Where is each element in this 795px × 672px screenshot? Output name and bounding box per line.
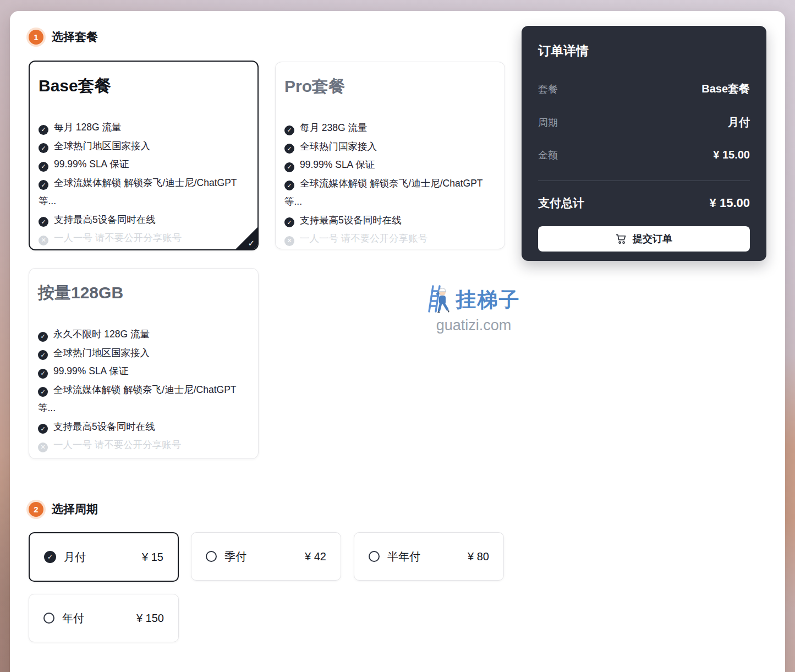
plan-feature: ✓支持最高5设备同时在线 (39, 211, 249, 230)
plan-feature: ✓全球流媒体解锁 解锁奈飞/迪士尼/ChatGPT 等... (38, 381, 249, 418)
plan-feature: ✓99.99% SLA 保证 (38, 362, 249, 381)
check-icon: ✓ (38, 387, 48, 397)
check-icon: ✓ (39, 217, 48, 227)
plan-feature-excluded: ✕一人一号 请不要公开分享账号 (38, 436, 249, 455)
period-option-half-yearly[interactable]: 半年付 ¥ 80 (354, 532, 504, 581)
plan-card-metered-128gb[interactable]: 按量128GB ✓永久不限时 128G 流量 ✓全球热门地区国家接入 ✓99.9… (29, 268, 259, 459)
cross-icon: ✕ (38, 442, 48, 452)
check-icon: ✓ (284, 217, 294, 227)
check-icon: ✓ (284, 162, 294, 172)
plan-feature: ✓全球热门地区国家接入 (38, 344, 249, 363)
period-option-quarterly[interactable]: 季付 ¥ 42 (191, 532, 341, 581)
order-summary-panel: 订单详情 套餐 Base套餐 周期 月付 金额 ¥ 15.00 支付总计 ¥ 1… (522, 26, 766, 261)
check-icon: ✓ (38, 350, 48, 360)
check-icon: ✓ (284, 181, 294, 190)
period-label: 年付 (62, 611, 84, 626)
check-icon: ✓ (39, 125, 48, 135)
site-watermark: 挂梯子 guatizi.com (421, 284, 526, 334)
cart-icon (616, 233, 627, 245)
order-row-amount: 金额 ¥ 15.00 (538, 149, 750, 162)
radio-unchecked-icon (369, 551, 380, 562)
check-icon: ✓ (39, 180, 48, 190)
order-row-value: ¥ 15.00 (713, 149, 750, 161)
period-option-yearly[interactable]: 年付 ¥ 150 (29, 594, 179, 642)
period-label: 半年付 (387, 549, 420, 564)
watermark-brand-text: 挂梯子 (456, 286, 520, 314)
period-option-monthly[interactable]: ✓ 月付 ¥ 15 (29, 532, 179, 582)
plan-feature: ✓全球热门国家接入 (284, 138, 496, 156)
plan-feature-excluded: ✕一人一号 请不要公开分享账号 (39, 229, 249, 248)
order-row-period: 周期 月付 (538, 115, 750, 130)
period-label: 月付 (64, 550, 86, 565)
check-icon: ✓ (39, 143, 48, 153)
check-icon: ✓ (38, 369, 48, 379)
plan-feature: ✓全球流媒体解锁 解锁奈飞/迪士尼/ChatGPT 等... (39, 174, 249, 211)
plan-feature: ✓支持最高5设备同时在线 (38, 418, 249, 436)
plan-feature: ✓每月 128G 流量 (39, 118, 249, 137)
step-2-badge: 2 (29, 502, 43, 517)
selected-check-icon: ✓ (248, 238, 255, 248)
check-icon: ✓ (39, 162, 48, 172)
plan-feature: ✓永久不限时 128G 流量 (38, 325, 249, 344)
plan-card-pro[interactable]: Pro套餐 ✓每月 238G 流量 ✓全球热门国家接入 ✓99.99% SLA … (275, 62, 505, 249)
choose-period-header: 2 选择周期 (29, 501, 98, 517)
plan-feature: ✓99.99% SLA 保证 (284, 156, 496, 174)
choose-period-title: 选择周期 (52, 501, 98, 517)
plan-feature: ✓每月 238G 流量 (284, 119, 496, 138)
cross-icon: ✕ (284, 236, 294, 246)
plan-feature-excluded: ✕一人一号 请不要公开分享账号 (284, 230, 496, 248)
choose-plan-header: 1 选择套餐 (29, 29, 98, 45)
order-total-label: 支付总计 (538, 195, 584, 211)
check-icon: ✓ (38, 424, 48, 434)
radio-checked-icon: ✓ (44, 551, 56, 563)
plan-feature: ✓99.99% SLA 保证 (39, 155, 249, 174)
order-summary-title: 订单详情 (538, 42, 750, 59)
plan-title: Pro套餐 (284, 75, 496, 98)
choose-plan-title: 选择套餐 (52, 29, 98, 45)
check-icon: ✓ (284, 125, 294, 135)
period-price: ¥ 15 (142, 551, 163, 564)
order-total-value: ¥ 15.00 (710, 196, 750, 210)
plan-feature: ✓全球流媒体解锁 解锁奈飞/迪士尼/ChatGPT 等... (284, 174, 496, 211)
watermark-domain-text: guatizi.com (421, 317, 526, 334)
period-price: ¥ 80 (468, 550, 489, 563)
period-label: 季付 (224, 549, 246, 564)
radio-unchecked-icon (206, 551, 217, 562)
main-panel: 1 选择套餐 Base套餐 ✓每月 128G 流量 ✓全球热门地区国家接入 ✓9… (10, 11, 785, 672)
order-row-label: 套餐 (538, 83, 558, 96)
ladder-worker-icon (427, 284, 453, 316)
plan-title: Base套餐 (39, 75, 249, 97)
submit-order-label: 提交订单 (633, 232, 672, 245)
order-row-value: 月付 (728, 115, 750, 130)
plan-feature: ✓全球热门地区国家接入 (39, 137, 249, 156)
plan-feature: ✓支持最高5设备同时在线 (284, 211, 496, 230)
step-1-badge: 1 (29, 30, 43, 45)
plan-card-base[interactable]: Base套餐 ✓每月 128G 流量 ✓全球热门地区国家接入 ✓99.99% S… (29, 61, 259, 250)
cross-icon: ✕ (39, 236, 48, 245)
period-price: ¥ 42 (305, 550, 326, 563)
order-row-label: 金额 (538, 149, 558, 162)
order-row-value: Base套餐 (701, 81, 750, 96)
order-row-label: 周期 (538, 116, 558, 129)
order-divider (538, 181, 750, 181)
period-price: ¥ 150 (136, 612, 164, 625)
plan-title: 按量128GB (38, 282, 249, 304)
submit-order-button[interactable]: 提交订单 (538, 226, 750, 252)
check-icon: ✓ (284, 144, 294, 154)
order-row-plan: 套餐 Base套餐 (538, 81, 750, 96)
order-total-row: 支付总计 ¥ 15.00 (538, 195, 750, 211)
radio-unchecked-icon (43, 613, 54, 624)
check-icon: ✓ (38, 332, 48, 342)
